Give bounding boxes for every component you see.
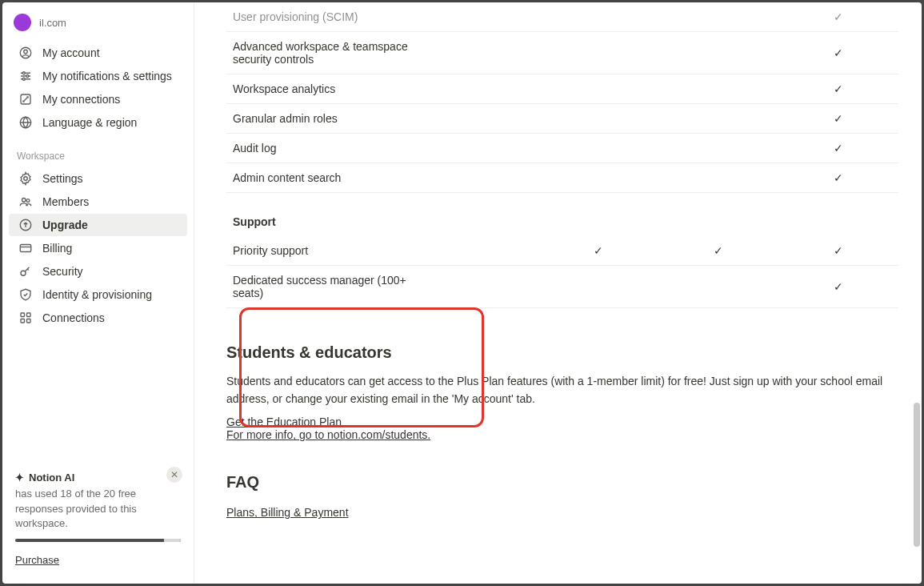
sidebar-item-settings[interactable]: Settings [9, 167, 187, 190]
svg-point-10 [24, 177, 28, 181]
table-row: Advanced workspace & teamspace security … [226, 32, 898, 74]
main-content: User provisioning (SCIM) Advanced worksp… [194, 2, 922, 584]
sidebar-item-label: My connections [42, 93, 120, 106]
feature-label: Dedicated success manager (100+ seats) [226, 266, 418, 308]
key-icon [18, 264, 33, 279]
svg-rect-19 [21, 319, 25, 323]
sidebar-item-notifications[interactable]: My notifications & settings [9, 65, 187, 87]
feature-label: Advanced workspace & teamspace security … [226, 32, 418, 74]
sidebar-item-my-account[interactable]: My account [9, 42, 187, 64]
table-row: Granular admin roles [226, 104, 898, 134]
check-icon [834, 171, 843, 184]
svg-point-12 [26, 199, 30, 203]
table-row: Admin content search [226, 163, 898, 193]
sidebar: il.com My account My notifications & set… [2, 2, 194, 584]
svg-rect-17 [21, 313, 25, 317]
sidebar-item-members[interactable]: Members [9, 191, 187, 213]
feature-label: Audit log [226, 134, 418, 163]
svg-point-16 [21, 271, 26, 275]
grid-icon [18, 311, 33, 325]
feature-table: User provisioning (SCIM) Advanced worksp… [226, 2, 898, 308]
education-title: Students & educators [226, 343, 898, 362]
purchase-link[interactable]: Purchase [15, 554, 59, 566]
sidebar-item-my-connections[interactable]: My connections [9, 88, 187, 110]
svg-point-1 [24, 50, 28, 54]
check-icon [594, 244, 603, 257]
card-icon [18, 241, 33, 255]
faq-plans-link[interactable]: Plans, Billing & Payment [226, 506, 349, 519]
sidebar-item-label: My notifications & settings [42, 70, 172, 82]
table-section-header: Support [226, 193, 898, 237]
sidebar-item-label: Settings [42, 172, 83, 185]
get-education-plan-link[interactable]: Get the Education Plan [226, 415, 342, 428]
check-icon [834, 82, 843, 95]
feature-label: Admin content search [226, 163, 418, 193]
feature-label: User provisioning (SCIM) [226, 2, 418, 32]
svg-rect-18 [27, 313, 31, 317]
nav-section-workspace: Settings Members Upgrade Billing Securit… [6, 165, 190, 338]
shield-check-icon [18, 287, 33, 302]
ai-usage-desc: has used 18 of the 20 free responses pro… [15, 487, 181, 531]
sidebar-item-security[interactable]: Security [9, 260, 187, 283]
ai-usage-block: ✕ ✦ Notion AI has used 18 of the 20 free… [6, 464, 190, 577]
education-info-link[interactable]: For more info, go to notion.com/students… [226, 428, 430, 441]
table-row: Audit log [226, 134, 898, 163]
faq-block: FAQ Plans, Billing & Payment [226, 473, 898, 519]
table-row: Dedicated success manager (100+ seats) [226, 266, 898, 308]
check-icon [834, 10, 843, 23]
people-icon [18, 195, 33, 209]
scrollbar-thumb[interactable] [914, 403, 920, 547]
account-email: il.com [39, 17, 66, 29]
svg-rect-14 [20, 245, 31, 252]
arrow-up-circle-icon [18, 218, 33, 232]
sidebar-item-label: Connections [42, 311, 105, 324]
avatar [14, 14, 31, 31]
check-icon [834, 142, 843, 155]
feature-col [658, 2, 778, 32]
svg-rect-20 [27, 319, 31, 323]
table-row: User provisioning (SCIM) [226, 2, 898, 32]
faq-title: FAQ [226, 473, 898, 492]
sidebar-item-label: Upgrade [42, 219, 88, 231]
check-icon [834, 244, 843, 257]
sidebar-item-billing[interactable]: Billing [9, 237, 187, 259]
sidebar-item-label: Members [42, 195, 89, 208]
sidebar-item-connections[interactable]: Connections [9, 307, 187, 329]
ai-title-text: Notion AI [29, 472, 74, 484]
check-icon [714, 244, 723, 257]
table-row: Workspace analytics [226, 74, 898, 104]
globe-icon [18, 115, 33, 130]
sparkle-icon: ✦ [15, 472, 24, 484]
settings-modal: il.com My account My notifications & set… [2, 2, 922, 584]
sidebar-item-label: Billing [42, 242, 72, 255]
link-box-icon [18, 92, 33, 106]
ai-title: ✦ Notion AI [15, 472, 181, 484]
sidebar-item-identity[interactable]: Identity & provisioning [9, 283, 187, 306]
nav-section-account: My account My notifications & settings M… [6, 39, 190, 142]
sidebar-item-label: Language & region [42, 116, 137, 129]
education-block: Students & educators Students and educat… [226, 343, 898, 441]
feature-label: Granular admin roles [226, 104, 418, 134]
table-row: Priority support [226, 236, 898, 266]
education-description: Students and educators can get access to… [226, 373, 898, 407]
svg-point-6 [26, 75, 29, 78]
section-title: Support [226, 193, 418, 237]
sidebar-item-label: My account [42, 46, 100, 59]
sidebar-item-label: Identity & provisioning [42, 288, 152, 301]
svg-point-7 [22, 78, 25, 80]
sidebar-item-language[interactable]: Language & region [9, 111, 187, 134]
feature-label: Priority support [226, 236, 418, 266]
feature-label: Workspace analytics [226, 74, 418, 104]
sidebar-item-upgrade[interactable]: Upgrade [9, 214, 187, 236]
gear-icon [18, 171, 33, 186]
feature-col [778, 2, 898, 32]
sidebar-section-label-workspace: Workspace [6, 142, 190, 165]
account-row[interactable]: il.com [6, 9, 190, 39]
feature-col [538, 2, 658, 32]
user-circle-icon [18, 46, 33, 60]
svg-point-11 [22, 199, 26, 203]
svg-point-5 [22, 72, 25, 74]
ai-usage-bar [15, 539, 181, 542]
check-icon [834, 46, 843, 59]
feature-col [418, 2, 538, 32]
